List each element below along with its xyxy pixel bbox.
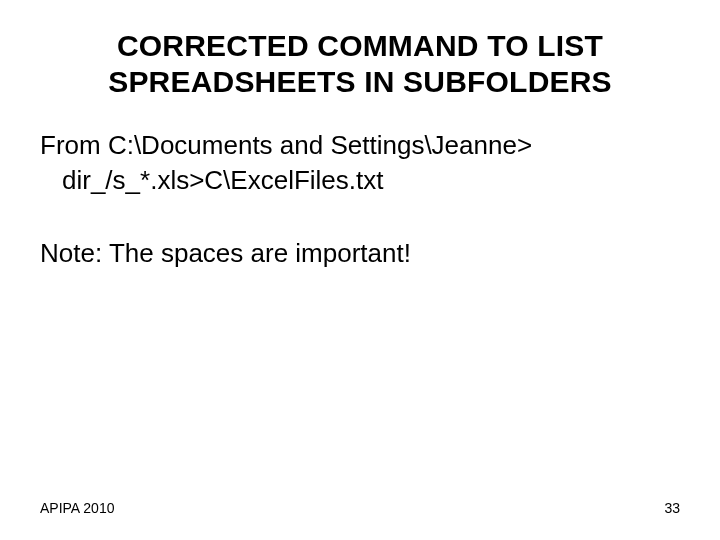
- page-number: 33: [664, 500, 680, 516]
- footer-label: APIPA 2010: [40, 500, 114, 516]
- slide-container: CORRECTED COMMAND TO LIST SPREADSHEETS I…: [0, 0, 720, 540]
- body-line-1: From C:\Documents and Settings\Jeanne>: [40, 128, 680, 163]
- body-line-2: dir_/s_*.xls>C\ExcelFiles.txt: [40, 163, 680, 198]
- footer: APIPA 2010 33: [40, 500, 680, 516]
- slide-title: CORRECTED COMMAND TO LIST SPREADSHEETS I…: [40, 28, 680, 100]
- note-text: Note: The spaces are important!: [40, 238, 680, 269]
